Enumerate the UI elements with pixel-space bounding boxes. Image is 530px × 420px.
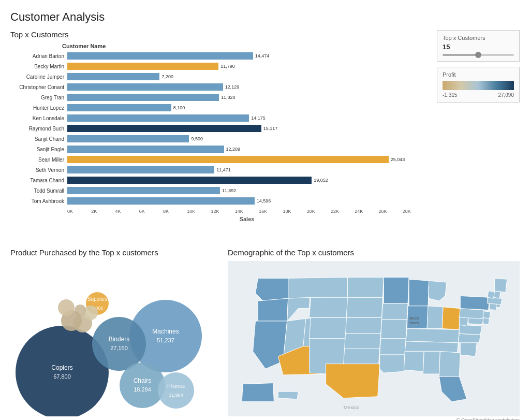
bar-label: Becky Martin bbox=[10, 64, 67, 69]
bar-value: 14,175 bbox=[251, 115, 266, 121]
bar-chart: Customer Name Adrian Barton 14,474 Becky… bbox=[10, 43, 426, 238]
bar-label: Greg Tran bbox=[10, 95, 67, 100]
svg-text:51,237: 51,237 bbox=[157, 337, 174, 343]
svg-text:Supplies: Supplies bbox=[87, 296, 107, 302]
x-tick: 16K bbox=[259, 209, 283, 214]
x-tick: 12K bbox=[211, 209, 235, 214]
bar-value: 11,820 bbox=[221, 95, 235, 100]
bar-value: 12,209 bbox=[226, 147, 241, 152]
map-chart: MexicoIllinoisStates bbox=[228, 261, 520, 416]
svg-text:Illinois: Illinois bbox=[409, 316, 419, 320]
x-tick: 6K bbox=[139, 209, 163, 214]
svg-text:Machines: Machines bbox=[152, 328, 179, 335]
map-credit: © OpenStreetMap contributors bbox=[228, 417, 520, 420]
bar-row: Todd Sumrall 11,892 bbox=[10, 186, 426, 195]
bar-value: 14,474 bbox=[255, 53, 270, 59]
x-tick: 28K bbox=[403, 209, 426, 214]
bar-value: 19,052 bbox=[314, 178, 328, 183]
profit-max: 27,090 bbox=[498, 92, 514, 98]
svg-text:27,150: 27,150 bbox=[110, 345, 128, 351]
svg-text:11,964: 11,964 bbox=[169, 393, 183, 398]
x-tick: 4K bbox=[115, 209, 139, 214]
svg-point-6 bbox=[92, 317, 146, 371]
top-chart-title: Top x Customers bbox=[10, 30, 426, 39]
profit-min: -1,315 bbox=[443, 92, 457, 98]
bubble-chart-title: Product Purchased by the Top x customers bbox=[10, 248, 228, 257]
bar-value: 11,892 bbox=[222, 188, 237, 193]
bar-label: Ken Lonsdale bbox=[10, 115, 67, 121]
svg-text:67,800: 67,800 bbox=[53, 373, 71, 380]
svg-point-22 bbox=[58, 299, 75, 316]
bar-row: Raymond Buch 15,117 bbox=[10, 124, 426, 133]
bar-value: 14,596 bbox=[257, 198, 271, 204]
profit-gradient bbox=[443, 81, 514, 90]
bar-row: Caroline Jumper 7,200 bbox=[10, 72, 426, 81]
svg-text:States: States bbox=[409, 321, 419, 325]
bar-label: Todd Sumrall bbox=[10, 188, 67, 194]
profit-label: Profit bbox=[443, 71, 514, 78]
x-tick: 2K bbox=[91, 209, 115, 214]
svg-point-12 bbox=[158, 372, 194, 409]
bar-label: Sean Miller bbox=[10, 157, 67, 163]
top-x-slider[interactable] bbox=[443, 54, 514, 56]
bar-label: Tamara Chand bbox=[10, 178, 67, 183]
page-title: Customer Analysis bbox=[10, 10, 520, 24]
profit-legend: Profit -1,315 27,090 bbox=[437, 67, 520, 103]
x-tick: 24K bbox=[355, 209, 378, 214]
bar-label: Adrian Barton bbox=[10, 53, 67, 59]
x-tick: 20K bbox=[307, 209, 331, 214]
bubble-chart: Copiers67,800Machines51,237Binders27,150… bbox=[10, 261, 217, 416]
bar-row: Christopher Conant 12,129 bbox=[10, 82, 426, 92]
svg-text:Binders: Binders bbox=[109, 336, 130, 343]
bar-row: Sanjit Chand 9,500 bbox=[10, 134, 426, 143]
x-tick: 0K bbox=[67, 209, 91, 214]
bar-row: Ken Lonsdale 14,175 bbox=[10, 113, 426, 123]
bar-row: Tom Ashbrook 14,596 bbox=[10, 196, 426, 206]
bar-value: 9,500 bbox=[191, 136, 203, 141]
bar-row: Hunter Lopez 8,100 bbox=[10, 103, 426, 112]
x-tick: 8K bbox=[163, 209, 187, 214]
bar-label: Hunter Lopez bbox=[10, 105, 67, 111]
bar-value: 8,100 bbox=[173, 105, 185, 110]
bar-label: Seth Vernon bbox=[10, 167, 67, 173]
bar-row: Tamara Chand 19,052 bbox=[10, 176, 426, 185]
bar-label: Caroline Jumper bbox=[10, 74, 67, 80]
bar-value: 11,471 bbox=[216, 167, 231, 172]
column-header: Customer Name bbox=[10, 43, 426, 49]
bar-row: Sean Miller 25,043 bbox=[10, 155, 426, 164]
bar-row: Becky Martin 11,790 bbox=[10, 62, 426, 71]
bar-value: 15,117 bbox=[263, 126, 278, 131]
x-tick: 10K bbox=[187, 209, 211, 214]
svg-text:Chairs: Chairs bbox=[134, 377, 152, 384]
svg-point-9 bbox=[120, 363, 165, 408]
svg-text:Copiers: Copiers bbox=[51, 364, 72, 371]
bar-value: 11,790 bbox=[220, 64, 235, 69]
bar-label: Tom Ashbrook bbox=[10, 198, 67, 204]
x-axis-label: Sales bbox=[10, 216, 426, 222]
bar-label: Christopher Conant bbox=[10, 84, 67, 90]
x-tick: 18K bbox=[283, 209, 306, 214]
x-tick: 26K bbox=[378, 209, 402, 214]
top-x-label: Top x Customers bbox=[443, 35, 514, 41]
bar-row: Greg Tran 11,820 bbox=[10, 93, 426, 102]
bar-row: Adrian Barton 14,474 bbox=[10, 51, 426, 61]
top-x-control: Top x Customers 15 bbox=[437, 30, 520, 62]
bar-row: Seth Vernon 11,471 bbox=[10, 165, 426, 175]
bar-row: Sanjit Engle 12,209 bbox=[10, 144, 426, 154]
svg-text:Mexico: Mexico bbox=[344, 404, 360, 410]
top-x-value: 15 bbox=[443, 43, 514, 51]
bar-label: Sanjit Chand bbox=[10, 136, 67, 142]
svg-text:18,294: 18,294 bbox=[134, 386, 151, 393]
svg-point-19 bbox=[83, 306, 98, 320]
x-tick: 14K bbox=[235, 209, 259, 214]
bar-value: 12,129 bbox=[225, 84, 240, 90]
x-tick: 22K bbox=[331, 209, 355, 214]
svg-text:Phones: Phones bbox=[167, 383, 185, 389]
bar-value: 25,043 bbox=[391, 157, 405, 162]
bar-value: 7,200 bbox=[161, 74, 173, 79]
map-chart-title: Demographic of the Top x customers bbox=[228, 248, 520, 257]
bar-label: Sanjit Engle bbox=[10, 147, 67, 152]
bar-label: Raymond Buch bbox=[10, 126, 67, 132]
